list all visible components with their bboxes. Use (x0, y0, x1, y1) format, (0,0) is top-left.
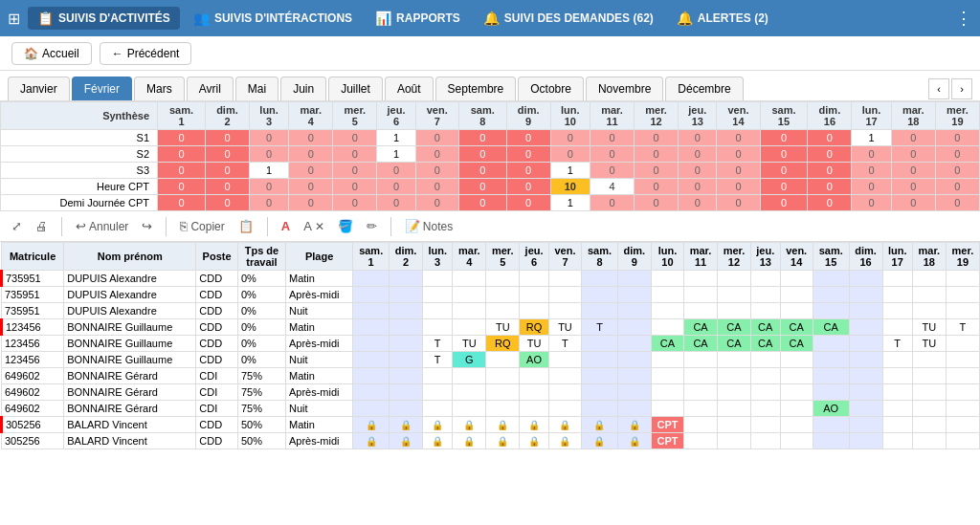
main-cell-3-14[interactable]: CA (813, 319, 849, 336)
tab-mai[interactable]: Mai (235, 77, 278, 100)
cell-matricule-3[interactable]: 123456 (2, 319, 64, 336)
undo-button[interactable]: ↩ Annuler (72, 217, 132, 235)
main-cell-0-2[interactable] (423, 271, 453, 287)
main-cell-2-18[interactable] (946, 303, 979, 319)
main-cell-5-4[interactable] (486, 352, 520, 368)
main-cell-8-16[interactable] (882, 401, 912, 417)
main-cell-6-6[interactable] (548, 368, 581, 384)
cell-plage-3[interactable]: Matin (285, 319, 352, 336)
redo-button[interactable]: ↪ (138, 217, 156, 235)
main-cell-2-6[interactable] (548, 303, 581, 319)
main-cell-2-16[interactable] (882, 303, 912, 319)
main-cell-2-4[interactable] (486, 303, 520, 319)
main-cell-7-8[interactable] (617, 384, 651, 401)
grid-icon[interactable]: ⊞ (8, 10, 20, 28)
main-cell-6-0[interactable] (353, 368, 390, 384)
main-cell-6-9[interactable] (651, 368, 683, 384)
main-cell-5-1[interactable] (390, 352, 423, 368)
main-cell-4-17[interactable]: TU (912, 336, 946, 352)
main-cell-3-17[interactable]: TU (912, 319, 946, 336)
main-cell-10-13[interactable] (780, 433, 813, 449)
tab-fevrier[interactable]: Février (72, 77, 132, 100)
main-cell-7-5[interactable] (520, 384, 549, 401)
synth-cell-3-4[interactable]: 0 (333, 179, 377, 195)
synth-cell-1-2[interactable]: 0 (249, 146, 288, 163)
main-cell-3-12[interactable]: CA (750, 319, 780, 336)
main-cell-5-5[interactable]: AO (520, 352, 549, 368)
main-cell-3-18[interactable]: T (946, 319, 979, 336)
synth-cell-1-7[interactable]: 0 (458, 146, 506, 163)
synth-cell-1-17[interactable]: 0 (891, 146, 935, 163)
main-cell-3-3[interactable] (453, 319, 486, 336)
main-cell-5-12[interactable] (750, 352, 780, 368)
main-cell-6-3[interactable] (453, 368, 486, 384)
main-cell-0-11[interactable] (718, 271, 751, 287)
synth-cell-2-3[interactable]: 0 (289, 163, 333, 179)
synth-cell-4-15[interactable]: 0 (808, 195, 852, 211)
cell-matricule-10[interactable]: 305256 (2, 433, 64, 449)
cell-plage-1[interactable]: Après-midi (285, 287, 352, 303)
main-cell-2-5[interactable] (520, 303, 549, 319)
synth-cell-0-14[interactable]: 0 (760, 130, 808, 146)
synth-cell-0-0[interactable]: 0 (158, 130, 206, 146)
main-cell-9-4[interactable]: 🔒 (486, 417, 520, 433)
cell-plage-4[interactable]: Après-midi (285, 336, 352, 352)
synth-cell-4-9[interactable]: 1 (550, 195, 590, 211)
main-cell-4-9[interactable]: CA (651, 336, 683, 352)
main-cell-4-16[interactable]: T (882, 336, 912, 352)
main-cell-9-12[interactable] (750, 417, 780, 433)
cell-tps-4[interactable]: 0% (237, 336, 285, 352)
synth-cell-1-11[interactable]: 0 (635, 146, 679, 163)
main-cell-9-8[interactable]: 🔒 (617, 417, 651, 433)
synth-cell-1-13[interactable]: 0 (717, 146, 760, 163)
synth-cell-2-9[interactable]: 1 (550, 163, 590, 179)
synth-cell-3-15[interactable]: 0 (808, 179, 852, 195)
synth-cell-4-12[interactable]: 0 (679, 195, 717, 211)
cell-matricule-0[interactable]: 735951 (2, 271, 64, 287)
synth-cell-4-6[interactable]: 0 (415, 195, 458, 211)
main-cell-3-11[interactable]: CA (718, 319, 751, 336)
cell-nom-2[interactable]: DUPUIS Alexandre (64, 303, 196, 319)
main-cell-2-11[interactable] (718, 303, 751, 319)
synth-cell-1-16[interactable]: 0 (852, 146, 891, 163)
nav-alertes[interactable]: 🔔 ALERTES (2) (667, 7, 778, 30)
main-cell-4-14[interactable] (813, 336, 849, 352)
main-cell-6-12[interactable] (750, 368, 780, 384)
nav-activites[interactable]: 📋 SUIVIS D'ACTIVITÉS (28, 7, 180, 30)
synth-cell-2-7[interactable]: 0 (458, 163, 506, 179)
synth-cell-3-11[interactable]: 0 (635, 179, 679, 195)
cell-tps-10[interactable]: 50% (237, 433, 285, 449)
font-button[interactable]: A (278, 217, 294, 235)
main-cell-3-8[interactable] (617, 319, 651, 336)
main-cell-4-3[interactable]: TU (453, 336, 486, 352)
main-cell-8-3[interactable] (453, 401, 486, 417)
synth-cell-0-6[interactable]: 0 (415, 130, 458, 146)
main-cell-10-0[interactable]: 🔒 (353, 433, 390, 449)
synth-cell-3-6[interactable]: 0 (415, 179, 458, 195)
main-cell-10-11[interactable] (718, 433, 751, 449)
cell-matricule-6[interactable]: 649602 (2, 368, 64, 384)
main-cell-7-14[interactable] (813, 384, 849, 401)
main-cell-8-11[interactable] (718, 401, 751, 417)
main-cell-8-9[interactable] (651, 401, 683, 417)
main-cell-9-5[interactable]: 🔒 (520, 417, 549, 433)
synth-cell-3-14[interactable]: 0 (760, 179, 808, 195)
main-cell-8-0[interactable] (353, 401, 390, 417)
main-cell-6-8[interactable] (617, 368, 651, 384)
main-cell-5-8[interactable] (617, 352, 651, 368)
main-cell-6-2[interactable] (423, 368, 453, 384)
main-cell-9-0[interactable]: 🔒 (353, 417, 390, 433)
main-cell-7-6[interactable] (548, 384, 581, 401)
synth-cell-0-4[interactable]: 0 (333, 130, 377, 146)
main-cell-5-0[interactable] (353, 352, 390, 368)
synth-cell-1-8[interactable]: 0 (506, 146, 550, 163)
main-cell-2-12[interactable] (750, 303, 780, 319)
synth-cell-0-1[interactable]: 0 (205, 130, 249, 146)
synth-cell-0-17[interactable]: 0 (891, 130, 935, 146)
main-cell-0-3[interactable] (453, 271, 486, 287)
cell-poste-6[interactable]: CDI (196, 368, 238, 384)
main-cell-10-6[interactable]: 🔒 (548, 433, 581, 449)
synth-cell-2-14[interactable]: 0 (760, 163, 808, 179)
main-cell-1-12[interactable] (750, 287, 780, 303)
main-cell-7-0[interactable] (353, 384, 390, 401)
